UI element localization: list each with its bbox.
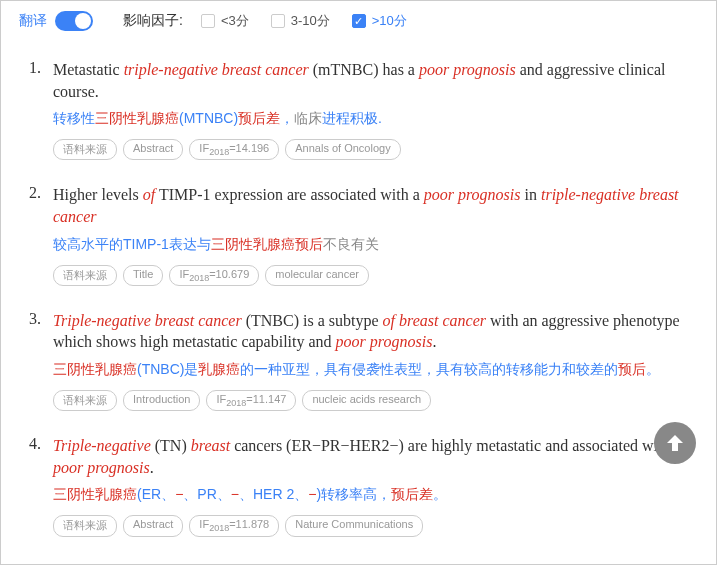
translate-label: 翻译 bbox=[19, 12, 47, 30]
tag[interactable]: 语料来源 bbox=[53, 265, 117, 286]
item-number: 4. bbox=[29, 435, 53, 536]
tag[interactable]: IF2018=14.196 bbox=[189, 139, 279, 160]
tag[interactable]: 语料来源 bbox=[53, 139, 117, 160]
tag[interactable]: 语料来源 bbox=[53, 390, 117, 411]
tag[interactable]: IF2018=11.147 bbox=[206, 390, 296, 411]
item-tags: 语料来源IntroductionIF2018=11.147nucleic aci… bbox=[53, 390, 688, 411]
tag[interactable]: nucleic acids research bbox=[302, 390, 431, 411]
item-english-text[interactable]: Metastatic triple-negative breast cancer… bbox=[53, 59, 688, 102]
checkbox-icon bbox=[271, 14, 285, 28]
checkbox-icon bbox=[352, 14, 366, 28]
result-item: 2.Higher levels of TIMP-1 expression are… bbox=[29, 184, 688, 285]
item-english-text[interactable]: Triple-negative (TN) breast cancers (ER−… bbox=[53, 435, 688, 478]
checkbox-label: <3分 bbox=[221, 12, 249, 30]
tag[interactable]: Introduction bbox=[123, 390, 200, 411]
impact-factor-label: 影响因子: bbox=[123, 12, 183, 30]
filter-header: 翻译 影响因子: <3分3-10分>10分 bbox=[1, 1, 716, 41]
item-number: 1. bbox=[29, 59, 53, 160]
tag[interactable]: IF2018=11.878 bbox=[189, 515, 279, 536]
result-item: 1.Metastatic triple-negative breast canc… bbox=[29, 59, 688, 160]
checkbox-label: >10分 bbox=[372, 12, 407, 30]
item-translation[interactable]: 较高水平的TIMP-1表达与三阴性乳腺癌预后不良有关 bbox=[53, 234, 688, 255]
tag[interactable]: 语料来源 bbox=[53, 515, 117, 536]
item-english-text[interactable]: Triple-negative breast cancer (TNBC) is … bbox=[53, 310, 688, 353]
item-tags: 语料来源AbstractIF2018=11.878Nature Communic… bbox=[53, 515, 688, 536]
item-translation[interactable]: 三阴性乳腺癌(TNBC)是乳腺癌的一种亚型，具有侵袭性表型，具有较高的转移能力和… bbox=[53, 359, 688, 380]
filter-checkbox-1[interactable]: 3-10分 bbox=[271, 12, 330, 30]
tag[interactable]: Abstract bbox=[123, 515, 183, 536]
item-translation[interactable]: 三阴性乳腺癌(ER、−、PR、−、HER 2、−)转移率高，预后差。 bbox=[53, 484, 688, 505]
result-item: 4.Triple-negative (TN) breast cancers (E… bbox=[29, 435, 688, 536]
item-translation[interactable]: 转移性三阴性乳腺癌(MTNBC)预后差，临床进程积极. bbox=[53, 108, 688, 129]
tag[interactable]: Title bbox=[123, 265, 163, 286]
checkbox-label: 3-10分 bbox=[291, 12, 330, 30]
tag[interactable]: Annals of Oncology bbox=[285, 139, 400, 160]
back-to-top-button[interactable] bbox=[654, 422, 696, 464]
result-item: 3.Triple-negative breast cancer (TNBC) i… bbox=[29, 310, 688, 411]
tag[interactable]: Abstract bbox=[123, 139, 183, 160]
item-english-text[interactable]: Higher levels of TIMP-1 expression are a… bbox=[53, 184, 688, 227]
tag[interactable]: molecular cancer bbox=[265, 265, 369, 286]
translate-toggle[interactable] bbox=[55, 11, 93, 31]
filter-checkbox-2[interactable]: >10分 bbox=[352, 12, 407, 30]
arrow-up-icon bbox=[663, 431, 687, 455]
item-number: 2. bbox=[29, 184, 53, 285]
filter-checkbox-0[interactable]: <3分 bbox=[201, 12, 249, 30]
tag[interactable]: IF2018=10.679 bbox=[169, 265, 259, 286]
item-tags: 语料来源AbstractIF2018=14.196Annals of Oncol… bbox=[53, 139, 688, 160]
results-list: 1.Metastatic triple-negative breast canc… bbox=[1, 41, 716, 565]
item-number: 3. bbox=[29, 310, 53, 411]
checkbox-icon bbox=[201, 14, 215, 28]
tag[interactable]: Nature Communications bbox=[285, 515, 423, 536]
item-tags: 语料来源TitleIF2018=10.679molecular cancer bbox=[53, 265, 688, 286]
